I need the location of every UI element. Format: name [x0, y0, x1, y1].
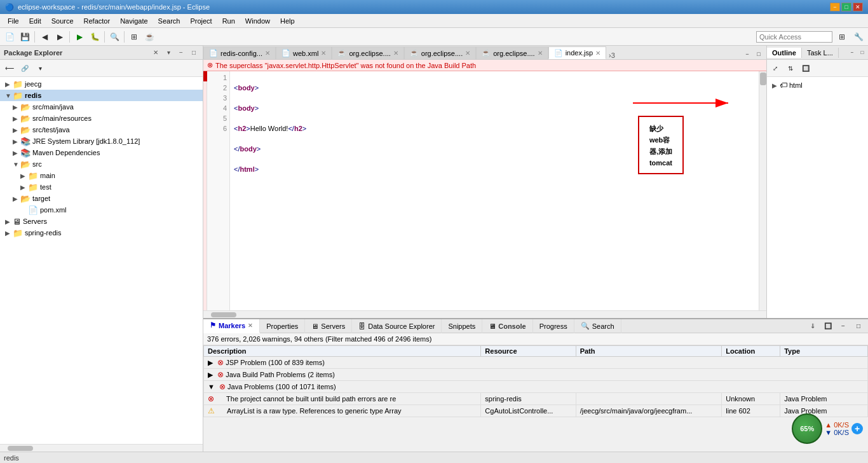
minimize-button[interactable]: −	[830, 3, 840, 11]
toolbar-search-btn[interactable]: 🔍	[107, 30, 121, 44]
menu-window[interactable]: Window	[240, 16, 275, 26]
menu-search[interactable]: Search	[153, 16, 186, 26]
tree-item-pom[interactable]: ▶ 📄 pom.xml	[0, 204, 203, 216]
pe-link-editor[interactable]: 🔗	[18, 61, 32, 75]
outline-maximize[interactable]: □	[858, 48, 867, 57]
tab-console[interactable]: 🖥 Console	[482, 319, 532, 333]
menu-project[interactable]: Project	[185, 16, 217, 26]
tab-markers[interactable]: ⚑ Markers ✕	[203, 319, 260, 333]
tab-org2[interactable]: ☕ org.eclipse.... ✕	[404, 46, 476, 59]
tab-redis-config[interactable]: 📄 redis-config... ✕	[203, 46, 276, 59]
markers-minimize[interactable]: −	[836, 319, 850, 333]
arrow-test[interactable]: ▶	[20, 184, 28, 191]
toolbar-run-btn[interactable]: ▶	[72, 30, 86, 44]
tree-item-servers[interactable]: ▶ 🖥 Servers	[0, 216, 203, 227]
col-type[interactable]: Type	[780, 346, 868, 357]
tree-item-src-main-resources[interactable]: ▶ 📂 src/main/resources	[0, 113, 203, 124]
arrow-src[interactable]: ▼	[13, 161, 20, 168]
toolbar-java-btn[interactable]: ☕	[142, 30, 156, 44]
editor-hscroll[interactable]	[203, 310, 766, 318]
arrow-jre[interactable]: ▶	[13, 138, 20, 145]
toolbar-fwd-btn[interactable]: ▶	[53, 30, 67, 44]
package-explorer-minimize[interactable]: −	[176, 48, 186, 58]
tree-item-main[interactable]: ▶ 📁 main	[0, 170, 203, 181]
tab-org2-close[interactable]: ✕	[465, 50, 470, 57]
tree-arrow-jeecg[interactable]: ▶	[5, 81, 13, 88]
tree-item-src-test-java[interactable]: ▶ 📂 src/test/java	[0, 124, 203, 135]
tab-redis-config-close[interactable]: ✕	[265, 50, 270, 57]
arrow-servers[interactable]: ▶	[5, 218, 13, 225]
tree-item-jre[interactable]: ▶ 📚 JRE System Library [jdk1.8.0_112]	[0, 135, 203, 147]
tab-snippets[interactable]: Snippets	[442, 319, 482, 333]
tree-item-src[interactable]: ▼ 📂 src	[0, 158, 203, 170]
menu-help[interactable]: Help	[275, 16, 300, 26]
menu-source[interactable]: Source	[46, 16, 79, 26]
toolbar-new-btn[interactable]: 📄	[3, 30, 17, 44]
close-button[interactable]: ✕	[853, 3, 863, 11]
menu-file[interactable]: File	[3, 16, 24, 26]
arrow-src-main-resources[interactable]: ▶	[13, 115, 20, 122]
package-explorer-close[interactable]: ✕	[151, 48, 161, 58]
tab-org3-close[interactable]: ✕	[538, 50, 543, 57]
col-resource[interactable]: Resource	[481, 346, 576, 357]
arrow-src-test-java[interactable]: ▶	[13, 127, 20, 134]
vscroll-thumb[interactable]	[760, 73, 766, 85]
toolbar-perspective-switch[interactable]: 🔧	[851, 30, 865, 44]
pe-collapse-all[interactable]: ⟵	[3, 61, 17, 75]
menu-run[interactable]: Run	[217, 16, 240, 26]
editor-minimize[interactable]: −	[742, 49, 752, 59]
package-explorer-menu[interactable]: ▾	[163, 48, 173, 58]
tree-item-jeecg[interactable]: ▶ 📁 jeecg	[0, 78, 203, 90]
outline-html-arrow[interactable]: ▶	[772, 82, 780, 89]
markers-maximize[interactable]: □	[851, 319, 865, 333]
arrow-target[interactable]: ▶	[13, 195, 20, 202]
group-java-expand[interactable]: ▼	[208, 383, 215, 390]
arrow-maven[interactable]: ▶	[13, 149, 20, 156]
group-jsp-expand[interactable]: ▶	[208, 359, 213, 366]
tree-item-test[interactable]: ▶ 📁 test	[0, 181, 203, 193]
tree-item-maven[interactable]: ▶ 📚 Maven Dependencies	[0, 147, 203, 158]
col-description[interactable]: Description	[204, 346, 481, 357]
tab-servers[interactable]: 🖥 Servers	[305, 319, 352, 333]
marker-row-1[interactable]: ⊗ The project cannot be built until buil…	[204, 393, 868, 405]
tab-search[interactable]: 🔍 Search	[574, 319, 621, 333]
tab-org1-close[interactable]: ✕	[393, 50, 398, 57]
outline-hide-fields[interactable]: 🔲	[799, 61, 813, 75]
pe-menu[interactable]: ▾	[33, 61, 47, 75]
package-explorer-hscroll[interactable]	[0, 444, 203, 452]
code-editor[interactable]: 1 2 3 4 5 6 <body> <body> <h2>Hello Worl…	[203, 71, 766, 310]
tab-org1[interactable]: ☕ org.eclipse.... ✕	[332, 46, 403, 59]
network-plus-icon[interactable]: +	[851, 423, 863, 434]
editor-maximize[interactable]: □	[754, 49, 764, 59]
maximize-button[interactable]: □	[841, 3, 851, 11]
tab-index-jsp[interactable]: 📄 index.jsp ✕	[548, 46, 606, 59]
group-build-path[interactable]: ▶ ⊗ Java Build Path Problems (2 items)	[204, 369, 868, 381]
markers-action-2[interactable]: 🔲	[821, 319, 835, 333]
toolbar-debug-btn[interactable]: 🐛	[88, 30, 102, 44]
menu-refactor[interactable]: Refactor	[79, 16, 116, 26]
tree-item-src-main-java[interactable]: ▶ 📂 src/main/java	[0, 101, 203, 113]
tree-item-spring-redis[interactable]: ▶ 📁 spring-redis	[0, 227, 203, 238]
outline-collapse[interactable]: ⤢	[768, 61, 782, 75]
tab-progress[interactable]: Progress	[533, 319, 574, 333]
menu-navigate[interactable]: Navigate	[115, 16, 153, 26]
col-path[interactable]: Path	[576, 346, 722, 357]
tab-web-xml-close[interactable]: ✕	[321, 50, 326, 57]
tab-task-list[interactable]: Task L...	[802, 48, 839, 58]
tab-overflow[interactable]: ›3	[606, 52, 618, 59]
tab-datasource[interactable]: 🗄 Data Source Explorer	[352, 319, 442, 333]
toolbar-layout-btn[interactable]: ⊞	[835, 30, 849, 44]
editor-vscroll[interactable]	[759, 71, 766, 310]
arrow-spring-redis[interactable]: ▶	[5, 230, 13, 237]
arrow-main[interactable]: ▶	[20, 172, 28, 179]
tree-item-redis[interactable]: ▼ 📁 redis	[0, 90, 203, 101]
toolbar-perspective-btn[interactable]: ⊞	[127, 30, 141, 44]
tree-arrow-redis[interactable]: ▼	[5, 92, 13, 99]
marker-row-2[interactable]: ⚠ ArrayList is a raw type. References to…	[204, 405, 868, 417]
tab-index-close[interactable]: ✕	[595, 50, 600, 57]
editor-hscroll-thumb[interactable]	[211, 312, 236, 317]
toolbar-back-btn[interactable]: ◀	[37, 30, 51, 44]
menu-edit[interactable]: Edit	[24, 16, 46, 26]
toolbar-save-btn[interactable]: 💾	[18, 30, 32, 44]
package-explorer-maximize[interactable]: □	[189, 48, 199, 58]
